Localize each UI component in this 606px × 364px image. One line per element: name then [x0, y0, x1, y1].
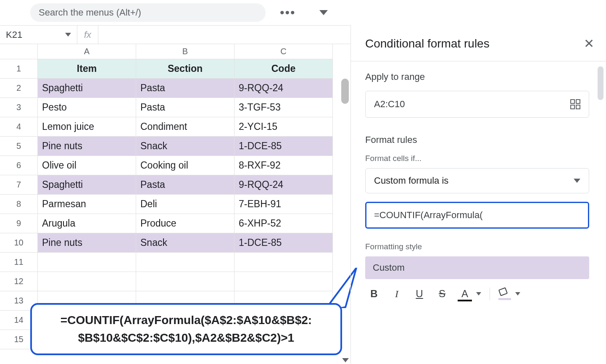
scroll-down-icon[interactable] [342, 358, 349, 362]
table-row: 8ParmesanDeli7-EBH-91 [0, 195, 350, 214]
fill-color-button[interactable] [498, 288, 511, 299]
menu-search-input[interactable]: Search the menus (Alt+/) [30, 3, 266, 22]
row-header[interactable]: 12 [0, 272, 38, 291]
select-range-icon[interactable] [570, 99, 580, 109]
cell[interactable] [234, 272, 333, 291]
cell[interactable] [38, 272, 136, 291]
column-header[interactable]: C [234, 44, 333, 59]
style-name: Custom [373, 262, 405, 273]
cell[interactable] [136, 253, 234, 272]
table-row: 7SpaghettiPasta9-RQQ-24 [0, 175, 350, 195]
callout-line: $B$10&$C$2:$C$10),$A2&$B2&$C2)>1 [40, 329, 333, 347]
cell[interactable]: Spaghetti [38, 79, 136, 98]
cell[interactable]: 3-TGF-53 [234, 98, 333, 117]
underline-button[interactable]: U [412, 288, 427, 300]
callout-line: =COUNTIF(ArrayFormula($A$2:$A$10&$B$2: [40, 311, 333, 329]
toolbar-overflow: ••• [280, 6, 328, 19]
row-header[interactable]: 10 [0, 233, 38, 253]
range-value: A2:C10 [374, 99, 405, 110]
row-header[interactable]: 9 [0, 214, 38, 233]
name-box-value: K21 [6, 29, 22, 40]
table-row: 9ArugulaProduce6-XHP-52 [0, 214, 350, 233]
condition-dropdown[interactable]: Custom formula is [365, 168, 589, 193]
cell[interactable]: 9-RQQ-24 [234, 79, 333, 98]
table-row: 6Olive oilCooking oil8-RXF-92 [0, 156, 350, 175]
row-header[interactable]: 1 [0, 59, 38, 79]
row-header[interactable]: 5 [0, 137, 38, 156]
header-cell[interactable]: Code [234, 59, 333, 79]
apply-range-label: Apply to range [365, 71, 589, 82]
chevron-down-icon [574, 179, 580, 183]
row-header[interactable]: 4 [0, 117, 38, 137]
strike-button[interactable]: S [435, 288, 449, 300]
dropdown-value: Custom formula is [374, 175, 448, 186]
close-icon[interactable]: ✕ [584, 36, 594, 51]
select-all-corner[interactable] [0, 44, 38, 59]
cell[interactable]: Deli [136, 195, 234, 214]
cell[interactable]: 1-DCE-85 [234, 233, 333, 253]
formula-value: =COUNTIF(ArrayFormula( [374, 210, 483, 221]
cell[interactable]: Arugula [38, 214, 136, 233]
table-row: 12 [0, 272, 350, 291]
cell[interactable]: Snack [136, 137, 234, 156]
header-cell[interactable]: Item [38, 59, 136, 79]
spreadsheet: K21 fx A B C 1ItemSectionCode2SpaghettiP… [0, 25, 350, 364]
conditional-format-panel: Conditional format rules ✕ Apply to rang… [350, 25, 606, 364]
cell[interactable]: Pasta [136, 175, 234, 195]
chevron-down-icon [65, 33, 71, 37]
row-header[interactable]: 2 [0, 79, 38, 98]
cell[interactable]: Cooking oil [136, 156, 234, 175]
table-row: 10Pine nutsSnack1-DCE-85 [0, 233, 350, 253]
cell[interactable]: 2-YCI-15 [234, 117, 333, 137]
cell[interactable]: Spaghetti [38, 175, 136, 195]
cell[interactable]: Condiment [136, 117, 234, 137]
chevron-down-icon[interactable] [476, 292, 481, 295]
row-header[interactable]: 11 [0, 253, 38, 272]
cell[interactable]: 7-EBH-91 [234, 195, 333, 214]
range-input[interactable]: A2:C10 [365, 91, 589, 118]
column-header[interactable]: A [38, 44, 136, 59]
cell[interactable]: Olive oil [38, 156, 136, 175]
cell[interactable]: Pasta [136, 79, 234, 98]
cell[interactable]: Snack [136, 233, 234, 253]
style-preview[interactable]: Custom [365, 256, 589, 279]
cell[interactable]: Pine nuts [38, 137, 136, 156]
italic-button[interactable]: I [390, 288, 404, 300]
chevron-down-icon[interactable] [319, 10, 328, 15]
formula-input[interactable] [98, 26, 350, 44]
bold-button[interactable]: B [367, 288, 381, 300]
cell[interactable] [38, 253, 136, 272]
cell[interactable]: Pasta [136, 98, 234, 117]
table-row: 4Lemon juiceCondiment2-YCI-15 [0, 117, 350, 137]
name-box[interactable]: K21 [0, 26, 77, 44]
cell[interactable]: Produce [136, 214, 234, 233]
cell[interactable]: 1-DCE-85 [234, 137, 333, 156]
vertical-scrollbar[interactable] [341, 79, 349, 104]
row-header[interactable]: 7 [0, 175, 38, 195]
cell[interactable] [234, 253, 333, 272]
cell[interactable]: Parmesan [38, 195, 136, 214]
chevron-down-icon[interactable] [515, 292, 520, 295]
cell[interactable]: Pine nuts [38, 233, 136, 253]
more-icon[interactable]: ••• [280, 6, 296, 19]
panel-title: Conditional format rules [365, 37, 490, 50]
text-color-button[interactable]: A [458, 288, 472, 300]
table-row: 1ItemSectionCode [0, 59, 350, 79]
row-header[interactable]: 8 [0, 195, 38, 214]
formula-bar-row: K21 fx [0, 26, 350, 44]
table-row: 11 [0, 253, 350, 272]
cell[interactable] [136, 272, 234, 291]
column-header[interactable]: B [136, 44, 234, 59]
table-row: 2SpaghettiPasta9-RQQ-24 [0, 79, 350, 98]
formatting-style-label: Formatting style [365, 242, 589, 251]
row-header[interactable]: 3 [0, 98, 38, 117]
cell[interactable]: 8-RXF-92 [234, 156, 333, 175]
header-cell[interactable]: Section [136, 59, 234, 79]
cell[interactable]: 6-XHP-52 [234, 214, 333, 233]
panel-scrollbar[interactable] [598, 66, 603, 100]
cell[interactable]: 9-RQQ-24 [234, 175, 333, 195]
cell[interactable]: Pesto [38, 98, 136, 117]
cell[interactable]: Lemon juice [38, 117, 136, 137]
custom-formula-input[interactable]: =COUNTIF(ArrayFormula( [365, 202, 589, 229]
row-header[interactable]: 6 [0, 156, 38, 175]
